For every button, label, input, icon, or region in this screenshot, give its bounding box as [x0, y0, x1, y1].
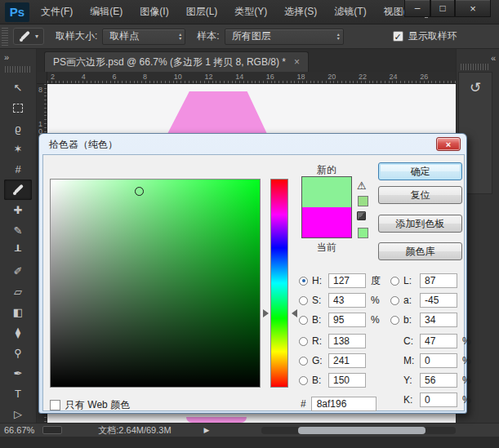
- color-comparison-swatch: [301, 176, 352, 238]
- maximize-button[interactable]: □: [430, 0, 455, 17]
- marquee-tool[interactable]: [4, 98, 32, 118]
- value-input[interactable]: [328, 313, 366, 327]
- value-input[interactable]: [328, 273, 366, 288]
- ruler-tick-label: 22: [359, 73, 390, 81]
- radio-button[interactable]: [390, 316, 399, 325]
- value-input[interactable]: [420, 273, 457, 288]
- ruler-tick-label: 14: [235, 73, 266, 81]
- zoom-level[interactable]: 66.67%: [4, 425, 34, 435]
- value-unit: %: [371, 314, 380, 326]
- path-select-tool[interactable]: ▷: [4, 404, 32, 424]
- panel-dock-grip[interactable]: [461, 64, 489, 70]
- menu-item[interactable]: 编辑(E): [90, 5, 123, 19]
- gamut-safe-swatch[interactable]: [358, 196, 368, 206]
- menu-item[interactable]: 图层(L): [186, 5, 218, 19]
- hex-label: #: [301, 398, 306, 410]
- menu-item[interactable]: 滤镜(T): [334, 5, 366, 19]
- gradient-tool[interactable]: ◧: [4, 302, 32, 322]
- pen-tool[interactable]: ✒: [4, 363, 32, 384]
- saturation-brightness-field[interactable]: [50, 179, 261, 388]
- collapse-tools-chevron[interactable]: »: [4, 52, 7, 62]
- brightness-row: B: %: [299, 310, 381, 330]
- current-color-swatch[interactable]: [302, 207, 351, 237]
- options-bar-grip[interactable]: [2, 28, 8, 46]
- sample-size-dropdown[interactable]: 取样点 ▴▾: [102, 29, 185, 45]
- sample-label: 样本:: [197, 29, 219, 43]
- zoom-field[interactable]: [42, 426, 62, 434]
- tools-panel-grip[interactable]: [5, 66, 31, 73]
- color-picker-marker[interactable]: [135, 187, 144, 196]
- radio-button[interactable]: [299, 316, 308, 325]
- web-colors-checkbox[interactable]: [50, 400, 60, 410]
- minimize-button[interactable]: –: [404, 0, 430, 17]
- move-tool[interactable]: ↖: [4, 78, 32, 98]
- value-input[interactable]: [328, 373, 366, 388]
- radio-button[interactable]: [299, 357, 308, 366]
- radio-button[interactable]: [299, 277, 308, 286]
- value-input[interactable]: [328, 334, 366, 348]
- ruler-corner[interactable]: [37, 72, 47, 84]
- value-input[interactable]: [420, 293, 457, 308]
- hue-slider-arrow-right[interactable]: [292, 309, 297, 317]
- menu-item[interactable]: 图像(I): [140, 5, 168, 19]
- lasso-tool[interactable]: ϱ: [4, 118, 32, 139]
- photoshop-window: Ps 文件(F)编辑(E)图像(I)图层(L)类型(Y)选择(S)滤镜(T)视图…: [0, 0, 499, 448]
- history-brush-tool[interactable]: ✐: [4, 261, 32, 282]
- document-tab[interactable]: PS画六边形.psd @ 66.7% (多边形 1 拷贝 8, RGB/8) *…: [44, 51, 309, 72]
- eyedropper-tool[interactable]: [4, 180, 32, 200]
- history-panel-icon[interactable]: ↺: [459, 79, 492, 96]
- hexagon-shape-bottom[interactable]: [186, 417, 247, 423]
- value-label: Y:: [403, 375, 420, 386]
- menu-item[interactable]: 选择(S): [284, 5, 317, 19]
- bottom-strip: [0, 437, 499, 448]
- hue-slider-arrow-left[interactable]: [263, 309, 269, 317]
- tool-icon: ↖: [14, 82, 23, 93]
- show-ring-checkbox[interactable]: ✓: [393, 31, 403, 42]
- horizontal-scrollbar[interactable]: [261, 427, 456, 434]
- hex-input[interactable]: [311, 397, 376, 411]
- magic-wand-tool[interactable]: ✶: [4, 139, 32, 159]
- type-tool[interactable]: T: [4, 384, 32, 404]
- value-input[interactable]: [420, 334, 457, 348]
- gamut-warning-icon[interactable]: ⚠: [357, 180, 367, 192]
- dialog-close-button[interactable]: ×: [436, 137, 461, 151]
- value-input[interactable]: [420, 313, 457, 327]
- crop-tool[interactable]: #: [4, 159, 32, 180]
- horizontal-ruler[interactable]: 2468101214161820222426: [47, 72, 456, 84]
- close-window-button[interactable]: ×: [455, 0, 491, 17]
- dodge-tool[interactable]: ⚲: [4, 343, 32, 363]
- value-input[interactable]: [328, 353, 366, 368]
- value-label: M:: [403, 355, 420, 366]
- radio-button[interactable]: [390, 296, 399, 305]
- color-libraries-button[interactable]: 颜色库: [378, 242, 462, 260]
- hue-slider[interactable]: [270, 179, 288, 388]
- brush-tool[interactable]: ✎: [4, 220, 32, 241]
- menu-item[interactable]: 类型(Y): [234, 5, 267, 19]
- tab-close-icon[interactable]: ×: [294, 56, 300, 68]
- value-input[interactable]: [420, 373, 457, 388]
- add-to-swatches-button[interactable]: 添加到色板: [378, 215, 462, 233]
- value-label: R:: [312, 335, 328, 347]
- status-flyout-arrow[interactable]: ▶: [204, 426, 210, 434]
- web-safe-cube-icon[interactable]: [357, 211, 366, 220]
- ok-button[interactable]: 确定: [378, 162, 462, 180]
- menu-item[interactable]: 文件(F): [41, 5, 73, 19]
- clone-stamp-tool[interactable]: ┸: [4, 241, 32, 261]
- radio-button[interactable]: [390, 277, 399, 286]
- radio-button[interactable]: [299, 337, 308, 346]
- scrollbar-thumb[interactable]: [298, 427, 425, 434]
- value-input[interactable]: [420, 353, 457, 368]
- tool-preset-picker[interactable]: ▾: [13, 28, 44, 45]
- value-input[interactable]: [328, 293, 366, 308]
- value-input[interactable]: [420, 393, 457, 407]
- eraser-tool[interactable]: ▱: [4, 282, 32, 302]
- reset-button[interactable]: 复位: [378, 186, 462, 204]
- radio-button[interactable]: [299, 376, 308, 385]
- blur-tool[interactable]: ⧫: [4, 322, 32, 343]
- radio-button[interactable]: [299, 296, 308, 305]
- web-safe-swatch[interactable]: [358, 228, 368, 238]
- sample-layers-dropdown[interactable]: 所有图层 ▴▾: [225, 29, 344, 45]
- healing-brush-tool[interactable]: ✚: [4, 200, 32, 220]
- collapse-panels-chevron[interactable]: «: [491, 53, 494, 63]
- tool-icon: #: [15, 164, 20, 175]
